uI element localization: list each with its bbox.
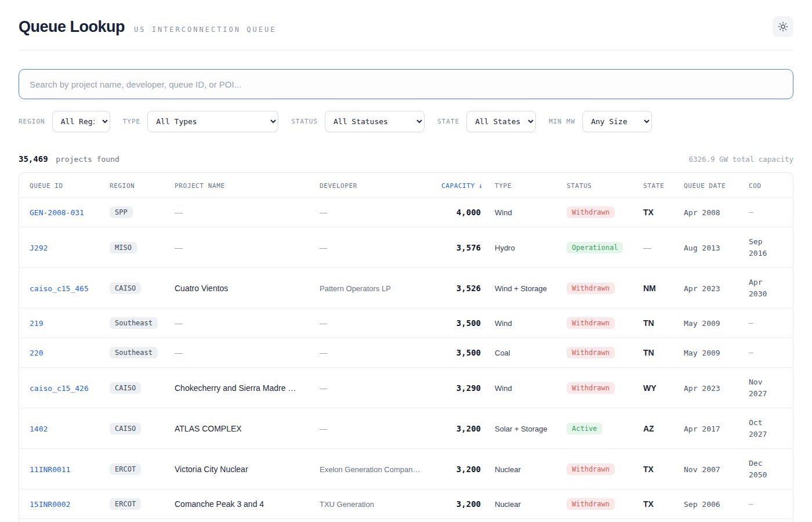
filter-select-type[interactable]: All Types (147, 111, 278, 132)
column-header-developer[interactable]: DEVELOPER (313, 173, 434, 198)
queue-id-link[interactable]: 1402 (30, 425, 48, 433)
region-badge: CAISO (110, 423, 141, 434)
state-cell: WY (643, 383, 657, 393)
filter-select-state[interactable]: All States (466, 111, 536, 132)
project-name-cell: Chokecherry and Sierra Madre … (175, 383, 296, 393)
filter-select-min-mw[interactable]: Any Size (582, 111, 652, 132)
column-label-status: STATUS (567, 182, 592, 190)
status-badge: Withdrawn (567, 382, 615, 394)
column-header-capacity[interactable]: CAPACITY↓ (434, 173, 488, 198)
theme-toggle-button[interactable] (773, 16, 793, 37)
developer-cell: — (320, 349, 327, 357)
total-capacity: 6326.9 GW total capacity (688, 155, 793, 164)
capacity-cell: 3,200 (456, 424, 481, 433)
column-header-type[interactable]: TYPE (488, 173, 560, 198)
filter-bar: REGIONAll RegionsTYPEAll TypesSTATUSAll … (19, 111, 793, 132)
filter-state: STATEAll States (437, 111, 536, 132)
column-header-queue-date[interactable]: QUEUE DATE (677, 173, 742, 198)
column-header-region[interactable]: REGION (103, 173, 168, 198)
type-cell: Wind + Storage (495, 284, 547, 293)
table-row: 15INR0003ERCOTBay City Nuclear StationEx… (19, 519, 793, 522)
table-header-row: QUEUE IDREGIONPROJECT NAMEDEVELOPERCAPAC… (19, 173, 793, 198)
developer-cell: Pattern Operators LP (320, 284, 391, 293)
column-label-queue-id: QUEUE ID (30, 182, 63, 190)
status-badge: Withdrawn (567, 206, 615, 218)
status-badge: Operational (567, 242, 623, 253)
status-badge: Withdrawn (567, 347, 615, 358)
search-input[interactable] (19, 69, 793, 99)
queue-date-cell: Sep 2006 (684, 500, 720, 509)
queue-id-link[interactable]: 219 (30, 319, 43, 328)
capacity-cell: 3,500 (456, 318, 481, 328)
cod-cell: Oct 2027 (749, 417, 774, 440)
search-bar (19, 69, 793, 99)
region-badge: Southeast (110, 317, 158, 329)
state-cell: TX (643, 465, 654, 474)
queue-date-cell: Apr 2017 (684, 425, 720, 433)
type-cell: Wind (495, 319, 512, 328)
page: Queue Lookup US INTERCONNECTION QUEUE (0, 0, 812, 522)
results-summary: 35,469 projects found 6326.9 GW total ca… (19, 153, 793, 164)
state-cell: TN (643, 348, 654, 357)
capacity-cell: 3,500 (456, 348, 481, 357)
cod-cell: Dec 2050 (749, 458, 774, 480)
queue-date-cell: May 2009 (684, 319, 720, 328)
queue-date-cell: Nov 2007 (684, 465, 720, 474)
column-header-status[interactable]: STATUS (560, 173, 636, 198)
region-badge: CAISO (110, 282, 141, 294)
table-row: caiso_c15_426CAISOChokecherry and Sierra… (19, 368, 793, 408)
column-label-queue-date: QUEUE DATE (684, 182, 726, 190)
filter-label-min-mw: MIN MW (549, 118, 575, 125)
column-header-state[interactable]: STATE (636, 173, 677, 198)
capacity-cell: 3,200 (456, 465, 481, 474)
cod-cell: Sep 2016 (749, 236, 774, 259)
filter-label-state: STATE (437, 118, 459, 125)
table-row: GEN-2008-031SPP——4,000WindWithdrawnTXApr… (19, 198, 793, 227)
type-cell: Coal (495, 349, 510, 357)
status-badge: Withdrawn (567, 282, 615, 294)
column-header-project-name[interactable]: PROJECT NAME (168, 173, 313, 198)
column-label-state: STATE (643, 182, 664, 190)
queue-id-link[interactable]: caiso_c15_465 (30, 284, 89, 293)
queue-id-link[interactable]: 220 (30, 349, 43, 357)
status-badge: Withdrawn (567, 317, 615, 329)
type-cell: Wind (495, 384, 512, 393)
queue-date-cell: Apr 2023 (684, 384, 720, 393)
cod-cell: — (749, 317, 753, 329)
queue-table: QUEUE IDREGIONPROJECT NAMEDEVELOPERCAPAC… (19, 172, 793, 522)
column-label-type: TYPE (495, 182, 512, 190)
table-row: 220Southeast——3,500CoalWithdrawnTNMay 20… (19, 338, 793, 368)
cod-cell: Apr 2030 (749, 277, 774, 299)
column-header-queue-id[interactable]: QUEUE ID (19, 173, 103, 198)
column-header-cod[interactable]: COD (742, 173, 793, 198)
cod-cell: — (749, 347, 753, 358)
developer-cell: — (320, 319, 327, 328)
column-label-cod: COD (749, 182, 762, 190)
table-row: caiso_c15_465CAISOCuatro VientosPattern … (19, 268, 793, 309)
region-badge: MISO (110, 242, 137, 253)
capacity-cell: 3,200 (456, 499, 481, 509)
queue-id-link[interactable]: J292 (30, 244, 48, 252)
status-badge: Active (567, 423, 602, 434)
state-cell: — (643, 243, 651, 252)
state-cell: AZ (643, 424, 654, 433)
filter-select-region[interactable]: All Regions (52, 111, 110, 132)
status-badge: Withdrawn (567, 463, 615, 475)
state-cell: NM (643, 284, 656, 293)
results-count: 35,469 (19, 154, 48, 164)
queue-id-link[interactable]: GEN-2008-031 (30, 208, 84, 217)
developer-cell: TXU Generation (320, 500, 374, 509)
cod-cell: Nov 2027 (749, 376, 774, 399)
filter-select-status[interactable]: All Statuses (325, 111, 425, 132)
queue-id-link[interactable]: 15INR0002 (30, 500, 70, 509)
filter-type: TYPEAll Types (123, 111, 279, 132)
queue-id-link[interactable]: caiso_c15_426 (30, 384, 89, 393)
capacity-cell: 3,290 (456, 383, 481, 393)
column-label-region: REGION (110, 182, 135, 190)
type-cell: Nuclear (495, 500, 521, 509)
cod-cell: — (749, 498, 753, 510)
type-cell: Solar + Storage (495, 425, 548, 433)
table-row: J292MISO——3,576HydroOperational—Aug 2013… (19, 227, 793, 268)
queue-id-link[interactable]: 11INR0011 (30, 465, 70, 474)
region-badge: ERCOT (110, 498, 141, 510)
